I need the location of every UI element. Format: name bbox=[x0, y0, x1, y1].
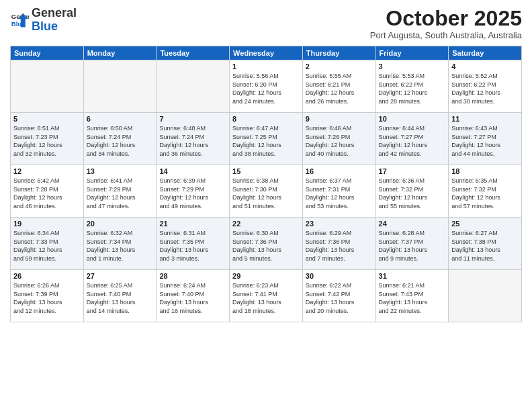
table-row: 5Sunrise: 6:51 AM Sunset: 7:23 PM Daylig… bbox=[11, 113, 84, 165]
table-row: 2Sunrise: 5:55 AM Sunset: 6:21 PM Daylig… bbox=[302, 60, 375, 113]
table-row: 18Sunrise: 6:35 AM Sunset: 7:32 PM Dayli… bbox=[449, 165, 522, 218]
day-info: Sunrise: 6:31 AM Sunset: 7:35 PM Dayligh… bbox=[159, 229, 226, 263]
day-info: Sunrise: 6:38 AM Sunset: 7:30 PM Dayligh… bbox=[232, 177, 300, 210]
day-number: 17 bbox=[379, 167, 446, 175]
table-row: 16Sunrise: 6:37 AM Sunset: 7:31 PM Dayli… bbox=[302, 165, 375, 218]
calendar-week-row: 26Sunrise: 6:26 AM Sunset: 7:39 PM Dayli… bbox=[11, 270, 522, 322]
col-sunday: Sunday bbox=[11, 46, 84, 60]
table-row: 31Sunrise: 6:21 AM Sunset: 7:43 PM Dayli… bbox=[375, 270, 449, 322]
table-row: 20Sunrise: 6:32 AM Sunset: 7:34 PM Dayli… bbox=[83, 218, 157, 270]
table-row: 14Sunrise: 6:39 AM Sunset: 7:29 PM Dayli… bbox=[157, 165, 230, 218]
day-number: 28 bbox=[159, 272, 226, 280]
day-number: 15 bbox=[232, 167, 300, 175]
calendar-header-row: Sunday Monday Tuesday Wednesday Thursday… bbox=[11, 46, 522, 60]
day-number: 1 bbox=[232, 62, 300, 71]
table-row: 29Sunrise: 6:23 AM Sunset: 7:41 PM Dayli… bbox=[230, 270, 303, 322]
day-number: 2 bbox=[306, 62, 373, 71]
day-info: Sunrise: 6:23 AM Sunset: 7:41 PM Dayligh… bbox=[232, 281, 300, 315]
day-number: 21 bbox=[159, 220, 226, 228]
table-row: 24Sunrise: 6:28 AM Sunset: 7:37 PM Dayli… bbox=[375, 218, 449, 270]
table-row: 17Sunrise: 6:36 AM Sunset: 7:32 PM Dayli… bbox=[375, 165, 449, 218]
day-info: Sunrise: 6:41 AM Sunset: 7:29 PM Dayligh… bbox=[87, 177, 154, 210]
day-info: Sunrise: 6:25 AM Sunset: 7:40 PM Dayligh… bbox=[87, 281, 154, 315]
table-row: 10Sunrise: 6:44 AM Sunset: 7:27 PM Dayli… bbox=[375, 113, 449, 165]
day-info: Sunrise: 6:43 AM Sunset: 7:27 PM Dayligh… bbox=[451, 124, 519, 158]
day-number: 3 bbox=[379, 62, 446, 71]
day-info: Sunrise: 6:32 AM Sunset: 7:34 PM Dayligh… bbox=[87, 229, 154, 263]
day-number: 27 bbox=[87, 272, 154, 280]
logo-icon: General Blue bbox=[10, 11, 29, 30]
day-number: 20 bbox=[87, 220, 154, 228]
day-number: 11 bbox=[451, 115, 519, 123]
calendar-week-row: 1Sunrise: 5:56 AM Sunset: 6:20 PM Daylig… bbox=[11, 60, 522, 113]
day-number: 9 bbox=[306, 115, 373, 123]
subtitle: Port Augusta, South Australia, Australia bbox=[370, 30, 522, 40]
day-info: Sunrise: 6:26 AM Sunset: 7:39 PM Dayligh… bbox=[13, 281, 81, 315]
day-number: 8 bbox=[232, 115, 300, 123]
calendar-week-row: 19Sunrise: 6:34 AM Sunset: 7:33 PM Dayli… bbox=[11, 218, 522, 270]
day-number: 14 bbox=[159, 167, 226, 175]
day-number: 4 bbox=[451, 62, 519, 71]
table-row: 12Sunrise: 6:42 AM Sunset: 7:28 PM Dayli… bbox=[11, 165, 84, 218]
day-number: 19 bbox=[13, 220, 81, 228]
day-info: Sunrise: 6:29 AM Sunset: 7:36 PM Dayligh… bbox=[306, 229, 373, 263]
table-row: 27Sunrise: 6:25 AM Sunset: 7:40 PM Dayli… bbox=[83, 270, 157, 322]
day-number: 25 bbox=[451, 220, 519, 228]
col-saturday: Saturday bbox=[449, 46, 522, 60]
table-row: 19Sunrise: 6:34 AM Sunset: 7:33 PM Dayli… bbox=[11, 218, 84, 270]
day-number: 31 bbox=[379, 272, 446, 280]
day-info: Sunrise: 6:22 AM Sunset: 7:42 PM Dayligh… bbox=[306, 281, 373, 315]
table-row: 8Sunrise: 6:47 AM Sunset: 7:25 PM Daylig… bbox=[230, 113, 303, 165]
day-number: 24 bbox=[379, 220, 446, 228]
header: General Blue General Blue October 2025 P… bbox=[10, 7, 522, 40]
table-row: 26Sunrise: 6:26 AM Sunset: 7:39 PM Dayli… bbox=[11, 270, 84, 322]
day-info: Sunrise: 6:35 AM Sunset: 7:32 PM Dayligh… bbox=[451, 177, 519, 210]
day-info: Sunrise: 6:48 AM Sunset: 7:24 PM Dayligh… bbox=[159, 124, 226, 158]
day-number: 6 bbox=[87, 115, 154, 123]
table-row: 1Sunrise: 5:56 AM Sunset: 6:20 PM Daylig… bbox=[230, 60, 303, 113]
day-info: Sunrise: 6:36 AM Sunset: 7:32 PM Dayligh… bbox=[379, 177, 446, 210]
day-number: 16 bbox=[306, 167, 373, 175]
month-title: October 2025 bbox=[370, 7, 522, 30]
svg-text:General: General bbox=[11, 13, 29, 20]
table-row bbox=[449, 270, 522, 322]
day-info: Sunrise: 6:28 AM Sunset: 7:37 PM Dayligh… bbox=[379, 229, 446, 263]
table-row: 15Sunrise: 6:38 AM Sunset: 7:30 PM Dayli… bbox=[230, 165, 303, 218]
table-row: 28Sunrise: 6:24 AM Sunset: 7:40 PM Dayli… bbox=[157, 270, 230, 322]
calendar: Sunday Monday Tuesday Wednesday Thursday… bbox=[10, 46, 522, 322]
day-info: Sunrise: 5:56 AM Sunset: 6:20 PM Dayligh… bbox=[232, 72, 300, 105]
col-monday: Monday bbox=[83, 46, 157, 60]
day-info: Sunrise: 6:21 AM Sunset: 7:43 PM Dayligh… bbox=[379, 281, 446, 315]
day-info: Sunrise: 6:27 AM Sunset: 7:38 PM Dayligh… bbox=[451, 229, 519, 263]
col-tuesday: Tuesday bbox=[157, 46, 230, 60]
table-row: 25Sunrise: 6:27 AM Sunset: 7:38 PM Dayli… bbox=[449, 218, 522, 270]
day-number: 10 bbox=[379, 115, 446, 123]
day-number: 22 bbox=[232, 220, 300, 228]
table-row: 11Sunrise: 6:43 AM Sunset: 7:27 PM Dayli… bbox=[449, 113, 522, 165]
col-thursday: Thursday bbox=[302, 46, 375, 60]
table-row bbox=[11, 60, 84, 113]
day-info: Sunrise: 6:37 AM Sunset: 7:31 PM Dayligh… bbox=[306, 177, 373, 210]
table-row bbox=[83, 60, 157, 113]
table-row: 30Sunrise: 6:22 AM Sunset: 7:42 PM Dayli… bbox=[302, 270, 375, 322]
day-number: 23 bbox=[306, 220, 373, 228]
day-info: Sunrise: 5:52 AM Sunset: 6:22 PM Dayligh… bbox=[451, 72, 519, 105]
day-number: 13 bbox=[87, 167, 154, 175]
day-number: 5 bbox=[13, 115, 81, 123]
day-info: Sunrise: 6:42 AM Sunset: 7:28 PM Dayligh… bbox=[13, 177, 81, 210]
calendar-week-row: 12Sunrise: 6:42 AM Sunset: 7:28 PM Dayli… bbox=[11, 165, 522, 218]
day-info: Sunrise: 5:55 AM Sunset: 6:21 PM Dayligh… bbox=[306, 72, 373, 105]
day-number: 7 bbox=[159, 115, 226, 123]
table-row bbox=[157, 60, 230, 113]
col-wednesday: Wednesday bbox=[230, 46, 303, 60]
day-number: 26 bbox=[13, 272, 81, 280]
day-number: 12 bbox=[13, 167, 81, 175]
day-info: Sunrise: 6:44 AM Sunset: 7:27 PM Dayligh… bbox=[379, 124, 446, 158]
day-info: Sunrise: 6:34 AM Sunset: 7:33 PM Dayligh… bbox=[13, 229, 81, 263]
day-info: Sunrise: 6:47 AM Sunset: 7:25 PM Dayligh… bbox=[232, 124, 300, 158]
table-row: 6Sunrise: 6:50 AM Sunset: 7:24 PM Daylig… bbox=[83, 113, 157, 165]
calendar-week-row: 5Sunrise: 6:51 AM Sunset: 7:23 PM Daylig… bbox=[11, 113, 522, 165]
logo-text: General Blue bbox=[32, 7, 77, 34]
table-row: 9Sunrise: 6:46 AM Sunset: 7:26 PM Daylig… bbox=[302, 113, 375, 165]
title-block: October 2025 Port Augusta, South Austral… bbox=[370, 7, 522, 40]
